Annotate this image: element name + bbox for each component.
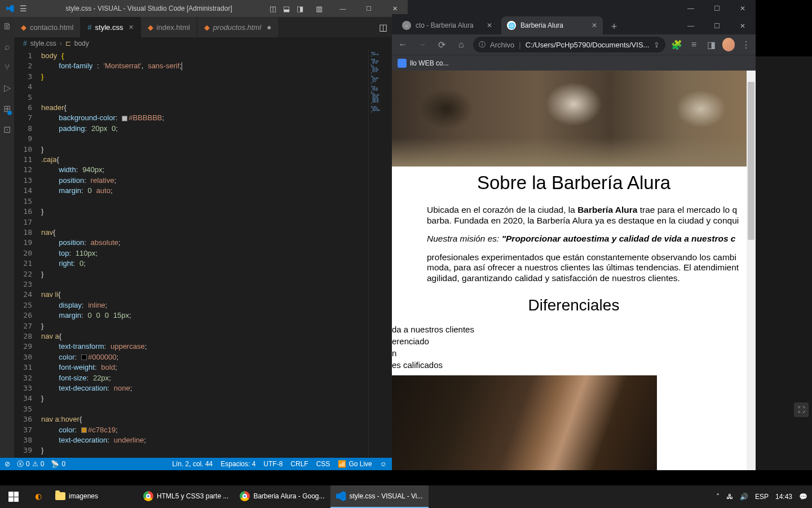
page-h1: Sobre la Barbería Alura	[392, 172, 756, 194]
cursor-position[interactable]: Lín. 2, col. 44	[172, 460, 213, 468]
tab-close-icon[interactable]: ✕	[487, 21, 492, 29]
taskbar-item[interactable]: Barberia Alura - Goog...	[234, 485, 330, 508]
new-tab-button[interactable]: +	[606, 19, 622, 34]
address-bar[interactable]: ⓘ Archivo | C:/Users/PcHp5790/Documents/…	[473, 37, 665, 52]
url-scheme-label: Archivo	[490, 41, 514, 49]
css-file-icon: #	[87, 23, 91, 32]
page-scrollbar[interactable]	[747, 71, 756, 470]
chrome-window: ● cto - Barberia Alura ✕ 🌐 Barberia Alur…	[392, 14, 756, 470]
encoding-indicator[interactable]: UTF-8	[263, 460, 283, 468]
panel-bottom-icon[interactable]: ⬓	[280, 2, 293, 15]
back-button[interactable]: ←	[395, 37, 411, 52]
list-item: da a nuestros clientes	[392, 323, 756, 335]
editor-tab[interactable]: ◆productos.html●	[197, 17, 279, 37]
bookmark-folder-icon	[398, 59, 407, 68]
window-title: style.css - VISUAL - Visual Studio Code …	[31, 5, 267, 12]
forward-button[interactable]: →	[415, 37, 430, 52]
chrome-tab-active[interactable]: 🌐 Barberia Alura ✕	[501, 16, 603, 34]
side-panel-icon[interactable]: ◨	[705, 38, 718, 51]
source-control-icon[interactable]: ⑂	[5, 62, 10, 72]
taskbar-search[interactable]: ◐	[27, 485, 50, 508]
editor-tab[interactable]: #style.css×	[81, 17, 140, 37]
explorer-icon[interactable]: 🗎	[3, 21, 12, 32]
tab-close-icon[interactable]: ✕	[592, 21, 597, 29]
paragraph: agilidad, garantizando calidad y satisfa…	[427, 273, 756, 284]
chrome-close-button[interactable]: ✕	[730, 17, 756, 34]
tab-close-icon[interactable]: ×	[129, 23, 133, 32]
language-indicator[interactable]: CSS	[316, 460, 330, 468]
debug-icon[interactable]: ▷	[4, 82, 11, 93]
vscode-logo-icon	[0, 4, 20, 13]
html-file-icon: ◆	[148, 23, 153, 32]
split-editor-icon[interactable]: ◫	[379, 22, 387, 33]
share-icon[interactable]: ⇪	[654, 41, 660, 49]
home-button[interactable]: ⌂	[454, 37, 469, 52]
list-item: erenciado	[392, 335, 756, 347]
vscode-titlebar[interactable]: ☰ style.css - VISUAL - Visual Studio Cod…	[0, 0, 408, 17]
fullscreen-icon[interactable]: ⛶	[794, 402, 809, 417]
chrome-maximize-button[interactable]: ☐	[704, 17, 730, 34]
tray-network-icon[interactable]: 🖧	[726, 493, 733, 501]
chrome-icon	[240, 491, 250, 501]
golive-button[interactable]: 📶 Go Live	[338, 460, 372, 468]
eol-indicator[interactable]: CRLF	[290, 460, 308, 468]
remote-indicator[interactable]: ⊘	[5, 460, 10, 468]
list-item: es calificados	[392, 359, 756, 371]
extensions-icon[interactable]: 🧩	[670, 38, 683, 51]
taskbar-item-active[interactable]: style.css - VISUAL - Vi...	[330, 485, 429, 508]
problems-indicator[interactable]: ⓧ 0 ⚠ 0	[17, 459, 44, 469]
extensions-icon[interactable]: ⊞	[3, 103, 11, 114]
activity-bar: 🗎 ⌕ ⑂ ▷ ⊞ ⊡	[0, 17, 14, 458]
mission-paragraph: Nuestra misión es: "Proporcionar autoest…	[427, 234, 756, 244]
breadcrumb[interactable]: # style.css › ⊏ body	[14, 37, 408, 50]
remote-icon[interactable]: ⊡	[3, 124, 11, 135]
maximize-button[interactable]: ☐	[356, 0, 382, 17]
tray-clock[interactable]: 14:43	[775, 493, 792, 501]
menu-icon[interactable]: ☰	[20, 4, 31, 13]
panel-right-icon[interactable]: ◨	[294, 2, 306, 15]
chrome-toolbar: ← → ⟳ ⌂ ⓘ Archivo | C:/Users/PcHp5790/Do…	[392, 34, 756, 55]
search-icon[interactable]: ⌕	[5, 42, 10, 52]
editor-tab[interactable]: ◆contacto.html	[14, 17, 81, 37]
layout-icon[interactable]: ▥	[313, 2, 325, 15]
barber-image	[392, 375, 657, 470]
taskbar-item[interactable]: imagenes	[50, 485, 104, 508]
tab-label: style.css	[95, 23, 123, 32]
editor-tab[interactable]: ◆index.html	[141, 17, 197, 37]
tab-label: productos.html	[213, 23, 261, 32]
tray-chevron-icon[interactable]: ˄	[716, 493, 720, 501]
bookmark-item[interactable]: llo WEB co...	[410, 59, 449, 67]
panel-left-icon[interactable]: ◫	[267, 2, 279, 15]
page-h2: Diferenciales	[392, 296, 756, 314]
code-editor[interactable]: 1234567891011121314151617181920212223242…	[14, 50, 408, 458]
minimize-button[interactable]: —	[330, 0, 356, 17]
start-button[interactable]	[0, 485, 27, 508]
tab-label: index.html	[157, 23, 190, 32]
indent-indicator[interactable]: Espacios: 4	[220, 460, 255, 468]
reload-button[interactable]: ⟳	[434, 37, 449, 52]
paragraph: barba. Fundada en 2020, la Barbería Alur…	[427, 216, 756, 226]
reading-list-icon[interactable]: ≡	[687, 38, 700, 51]
tray-volume-icon[interactable]: 🔊	[740, 493, 748, 501]
url-text: C:/Users/PcHp5790/Documents/VIS...	[526, 41, 650, 49]
taskbar: ◐ imagenes HTML5 y CSS3 parte ... Barber…	[0, 485, 812, 508]
chrome-tab[interactable]: ● cto - Barberia Alura ✕	[396, 16, 498, 34]
list-item: n	[392, 347, 756, 359]
tray-language[interactable]: ESP	[755, 493, 769, 501]
chrome-minimize-button[interactable]: —	[678, 17, 704, 34]
vscode-icon	[336, 491, 346, 501]
tab-modified-icon: ●	[267, 23, 271, 32]
chrome-menu-icon[interactable]: ⋮	[739, 38, 752, 51]
profile-avatar[interactable]	[722, 38, 735, 51]
port-indicator[interactable]: 📡 0	[51, 460, 65, 468]
tray-notifications-icon[interactable]: 💬	[799, 493, 807, 501]
feedback-icon[interactable]: ☺	[380, 460, 387, 468]
chrome-icon	[143, 491, 153, 501]
status-bar: ⊘ ⓧ 0 ⚠ 0 📡 0 Lín. 2, col. 44 Espacios: …	[0, 458, 408, 470]
taskbar-item[interactable]: HTML5 y CSS3 parte ...	[138, 485, 234, 508]
html-file-icon: ◆	[21, 23, 27, 32]
page-content[interactable]: Sobre la Barbería Alura Ubicada en el co…	[392, 71, 756, 470]
site-info-icon[interactable]: ⓘ	[479, 40, 486, 50]
breadcrumb-file: style.css	[30, 40, 56, 47]
favicon-icon: ●	[402, 21, 411, 30]
